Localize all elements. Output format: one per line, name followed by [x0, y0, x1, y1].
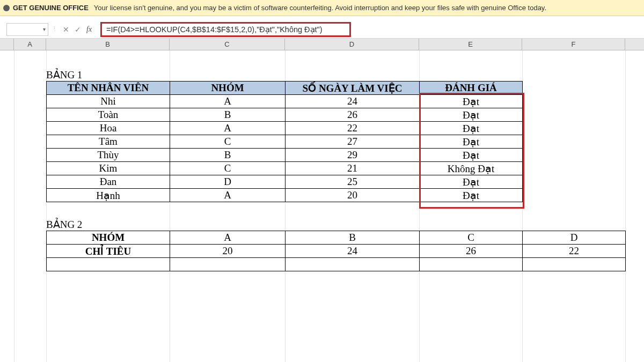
- cell-danhgia[interactable]: Đạt: [420, 189, 523, 202]
- table2-row1-label[interactable]: NHÓM: [47, 231, 170, 245]
- divider-dots-icon: ⋮: [52, 26, 57, 33]
- cell[interactable]: [47, 258, 170, 271]
- select-all-corner[interactable]: [0, 39, 14, 50]
- cell-danhgia[interactable]: Đạt: [420, 149, 523, 162]
- cancel-icon[interactable]: ✕: [63, 25, 69, 34]
- cell-songay[interactable]: 22: [286, 122, 420, 135]
- cell-danhgia[interactable]: Đạt: [420, 122, 523, 135]
- cell-nhom[interactable]: C: [170, 135, 286, 149]
- cell[interactable]: B: [286, 231, 420, 245]
- cell-songay[interactable]: 25: [286, 175, 420, 189]
- table2: NHÓM A B C D CHỈ TIÊU 20 24 26 22: [46, 231, 626, 271]
- table1-header-ten: TÊN NHÂN VIÊN: [47, 82, 170, 95]
- cell[interactable]: C: [420, 231, 523, 245]
- banner-title: GET GENUINE OFFICE: [13, 4, 89, 12]
- cell-ten[interactable]: Hoa: [47, 122, 170, 135]
- cell-ten[interactable]: Thùy: [47, 149, 170, 162]
- table1-header-songay: SỐ NGÀY LÀM VIỆC: [286, 82, 420, 95]
- col-header-C[interactable]: C: [170, 39, 285, 50]
- spreadsheet-grid[interactable]: BẢNG 1 TÊN NHÂN VIÊN NHÓM SỐ NGÀY LÀM VI…: [0, 50, 644, 362]
- cell-nhom[interactable]: A: [170, 95, 286, 108]
- formula-bar-row: ▾ ⋮ ✕ ✓ fx =IF(D4>=HLOOKUP(C4,$B$14:$F$1…: [0, 20, 644, 39]
- formula-bar-buttons: ✕ ✓ fx: [63, 25, 92, 34]
- table1: TÊN NHÂN VIÊN NHÓM SỐ NGÀY LÀM VIỆC ĐÁNH…: [46, 81, 523, 202]
- col-header-B[interactable]: B: [46, 39, 170, 50]
- cell-nhom[interactable]: A: [170, 122, 286, 135]
- cell-songay[interactable]: 27: [286, 135, 420, 149]
- cell-ten[interactable]: Kim: [47, 162, 170, 175]
- cell-nhom[interactable]: C: [170, 162, 286, 175]
- table-row[interactable]: Kim C 21 Không Đạt: [47, 162, 523, 175]
- table-row[interactable]: Nhi A 24 Đạt: [47, 95, 523, 108]
- cell[interactable]: [286, 258, 420, 271]
- cell[interactable]: 22: [523, 245, 626, 258]
- cell-danhgia[interactable]: Đạt: [420, 175, 523, 189]
- cell-songay[interactable]: 26: [286, 108, 420, 122]
- cell-songay[interactable]: 29: [286, 149, 420, 162]
- table-row[interactable]: NHÓM A B C D: [47, 231, 626, 245]
- table1-header-nhom: NHÓM: [170, 82, 286, 95]
- table2-row2-label[interactable]: CHỈ TIÊU: [47, 245, 170, 258]
- cell-ten[interactable]: Nhi: [47, 95, 170, 108]
- col-header-A[interactable]: A: [14, 39, 46, 50]
- col-header-F[interactable]: F: [522, 39, 625, 50]
- table-row[interactable]: [47, 258, 626, 271]
- cell[interactable]: [420, 258, 523, 271]
- cell-nhom[interactable]: A: [170, 189, 286, 202]
- col-header-D[interactable]: D: [285, 39, 419, 50]
- chevron-down-icon: ▾: [43, 26, 46, 32]
- cell-songay[interactable]: 21: [286, 162, 420, 175]
- cell[interactable]: [170, 258, 286, 271]
- cell-danhgia[interactable]: Không Đạt: [420, 162, 523, 175]
- cell[interactable]: 24: [286, 245, 420, 258]
- table-row[interactable]: Hoa A 22 Đạt: [47, 122, 523, 135]
- cell[interactable]: 20: [170, 245, 286, 258]
- cell-nhom[interactable]: B: [170, 108, 286, 122]
- cell[interactable]: 26: [420, 245, 523, 258]
- table-row[interactable]: Toàn B 26 Đạt: [47, 108, 523, 122]
- cell-songay[interactable]: 20: [286, 189, 420, 202]
- table-row[interactable]: Thùy B 29 Đạt: [47, 149, 523, 162]
- cell-songay[interactable]: 24: [286, 95, 420, 108]
- cell-ten[interactable]: Tâm: [47, 135, 170, 149]
- cell-nhom[interactable]: D: [170, 175, 286, 189]
- table-row[interactable]: CHỈ TIÊU 20 24 26 22: [47, 245, 626, 258]
- cell[interactable]: A: [170, 231, 286, 245]
- cell-ten[interactable]: Đan: [47, 175, 170, 189]
- formula-input[interactable]: =IF(D4>=HLOOKUP(C4,$B$14:$F$15,2,0),"Đạt…: [106, 25, 322, 34]
- cell-danhgia[interactable]: Đạt: [420, 135, 523, 149]
- license-banner: GET GENUINE OFFICE Your license isn't ge…: [0, 0, 644, 16]
- enter-icon[interactable]: ✓: [75, 25, 81, 34]
- column-headers: A B C D E F: [0, 39, 644, 50]
- cell-nhom[interactable]: B: [170, 149, 286, 162]
- table-row[interactable]: Tâm C 27 Đạt: [47, 135, 523, 149]
- table1-title: BẢNG 1: [46, 69, 626, 81]
- cell[interactable]: [523, 258, 626, 271]
- name-box[interactable]: ▾: [6, 23, 48, 36]
- sheet-content: BẢNG 1 TÊN NHÂN VIÊN NHÓM SỐ NGÀY LÀM VI…: [46, 69, 626, 271]
- cell-ten[interactable]: Hạnh: [47, 189, 170, 202]
- col-header-E[interactable]: E: [419, 39, 522, 50]
- banner-message: Your license isn't genuine, and you may …: [94, 4, 546, 12]
- cell-danhgia[interactable]: Đạt: [420, 95, 523, 108]
- table1-header-danhgia: ĐÁNH GIÁ: [420, 82, 523, 95]
- cell[interactable]: D: [523, 231, 626, 245]
- cell-danhgia[interactable]: Đạt: [420, 108, 523, 122]
- table-row[interactable]: Hạnh A 20 Đạt: [47, 189, 523, 202]
- cell-ten[interactable]: Toàn: [47, 108, 170, 122]
- fx-icon[interactable]: fx: [86, 25, 92, 34]
- table-row[interactable]: Đan D 25 Đạt: [47, 175, 523, 189]
- table2-title: BẢNG 2: [46, 218, 626, 231]
- banner-dot-icon: [3, 5, 10, 11]
- formula-highlight-box: =IF(D4>=HLOOKUP(C4,$B$14:$F$15,2,0),"Đạt…: [100, 22, 351, 37]
